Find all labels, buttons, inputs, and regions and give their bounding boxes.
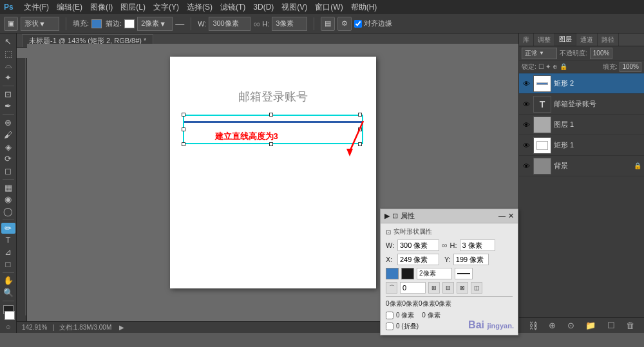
stroke-size-dropdown[interactable]: 2像素 ▼: [137, 17, 173, 31]
tab-layers[interactable]: 图层: [555, 33, 576, 46]
handle-bot-mid[interactable]: [269, 142, 273, 146]
menu-filter[interactable]: 滤镜(T): [220, 2, 245, 13]
tool-pen[interactable]: ✏: [1, 223, 15, 234]
layer-row-rect1[interactable]: 👁 矩形 1: [519, 135, 644, 156]
tool-sep-1: [3, 86, 14, 86]
menu-layer[interactable]: 图层(L): [120, 2, 146, 13]
tool-stamp[interactable]: ◈: [1, 142, 15, 153]
tab-paths[interactable]: 路径: [598, 33, 619, 46]
align-btn-3[interactable]: ⊠: [457, 282, 468, 294]
tool-eyedropper[interactable]: ✒: [1, 101, 15, 112]
align-btn-2[interactable]: ⊟: [442, 282, 454, 294]
eye-bg[interactable]: 👁: [522, 162, 531, 170]
align-btn-1[interactable]: ⊞: [428, 282, 440, 294]
tool-shape[interactable]: □: [1, 259, 15, 270]
new-layer-btn[interactable]: ☐: [607, 321, 615, 330]
props-wh-chain[interactable]: ∞: [442, 241, 448, 250]
tool-dodge[interactable]: ◯: [1, 206, 15, 217]
props-min-btn[interactable]: —: [498, 212, 506, 220]
corner-value[interactable]: [400, 282, 426, 294]
layer-style-btn[interactable]: ⊕: [549, 321, 556, 330]
tool-zoom[interactable]: 🔍: [1, 287, 15, 298]
right-panels: 库 调整 图层 通道 路径 正常 ▼ 不透明度: 100% 锁定: ☐ ✦ ⊕ …: [518, 33, 644, 333]
align-left-btn[interactable]: ▤: [321, 17, 335, 31]
props-stroke-style[interactable]: [455, 268, 473, 279]
menu-help[interactable]: 帮助(H): [351, 2, 377, 13]
menu-window[interactable]: 窗口(W): [315, 2, 343, 13]
tool-lasso[interactable]: ⌓: [1, 61, 15, 71]
blend-mode-dropdown[interactable]: 正常 ▼: [522, 48, 557, 59]
props-x-label: X:: [386, 256, 395, 263]
tool-history[interactable]: ⟳: [1, 153, 15, 164]
menu-file[interactable]: 文件(F): [24, 2, 49, 13]
menu-edit[interactable]: 编辑(E): [57, 2, 82, 13]
toolbar-mode-toggle[interactable]: ▣: [4, 17, 18, 31]
props-expand-icon[interactable]: ▶: [384, 212, 390, 220]
main-area: ↖ ⬚ ⌓ ✦ ⊡ ✒ ⊕ 🖌 ◈ ⟳ ◻ ▦ ◉ ◯ ✏ T ⊿ □ ✋ 🔍 …: [0, 33, 644, 333]
handle-top-left[interactable]: [182, 113, 185, 117]
tool-eraser[interactable]: ◻: [1, 165, 15, 176]
props-fill-swatch[interactable]: [386, 268, 399, 279]
menu-text[interactable]: 文字(Y): [153, 2, 179, 13]
menu-select[interactable]: 选择(S): [187, 2, 213, 13]
align-btn-4[interactable]: ◫: [471, 282, 482, 294]
tool-crop[interactable]: ⊡: [1, 89, 15, 100]
align-edge-check[interactable]: [354, 20, 362, 28]
tool-sep-6: [3, 301, 14, 301]
corner-round-btn[interactable]: ⌒: [386, 282, 397, 294]
props-check-input-1[interactable]: [386, 312, 393, 319]
tab-library[interactable]: 库: [519, 33, 534, 46]
tool-brush[interactable]: 🖌: [1, 129, 15, 140]
props-x-input[interactable]: [397, 254, 439, 265]
tab-channels[interactable]: 通道: [576, 33, 598, 46]
tool-healing[interactable]: ⊕: [1, 117, 15, 128]
menu-image[interactable]: 图像(I): [90, 2, 113, 13]
layer-row-rect2[interactable]: 👁 矩形 2: [519, 73, 644, 94]
props-icon-small: ⊡: [386, 229, 391, 236]
layer-row-layer1[interactable]: 👁 图层 1: [519, 115, 644, 135]
tool-magic-wand[interactable]: ✦: [1, 72, 15, 83]
tool-hand[interactable]: ✋: [1, 276, 15, 286]
props-y-label: Y:: [444, 256, 451, 263]
tab-adjust[interactable]: 调整: [534, 33, 555, 46]
props-h-input[interactable]: [460, 239, 495, 251]
props-y-input[interactable]: [453, 254, 489, 265]
menu-view[interactable]: 视图(V): [281, 2, 307, 13]
shape-type-dropdown[interactable]: 形状 ▼: [21, 17, 59, 31]
layer-mask-btn[interactable]: ⊙: [567, 321, 574, 330]
delete-layer-btn[interactable]: 🗑: [626, 321, 634, 330]
handle-top-mid[interactable]: [269, 113, 273, 117]
link-layers-btn[interactable]: ⛓: [529, 321, 538, 331]
stroke-color-swatch[interactable]: [124, 19, 135, 28]
handle-bot-left[interactable]: [182, 142, 185, 146]
canvas-document: 邮箱登录账号 建立直线高度为3: [170, 57, 376, 288]
background-color[interactable]: [5, 311, 15, 320]
eye-rect1[interactable]: 👁: [522, 142, 531, 149]
width-input[interactable]: 300像素: [209, 17, 251, 31]
tool-path-select[interactable]: ⊿: [1, 247, 15, 258]
eye-text[interactable]: 👁: [522, 100, 531, 108]
props-w-input[interactable]: [397, 239, 439, 251]
layer-row-text[interactable]: 👁 T 邮箱登录账号: [519, 94, 644, 115]
height-input[interactable]: 3像素: [272, 17, 307, 31]
opacity-input[interactable]: 100%: [590, 48, 613, 59]
tool-text[interactable]: T: [1, 235, 15, 246]
handle-mid-left[interactable]: [182, 127, 185, 131]
tool-gradient[interactable]: ▦: [1, 182, 15, 193]
eye-layer1[interactable]: 👁: [522, 121, 531, 129]
new-group-btn[interactable]: 📁: [585, 321, 596, 330]
props-stroke-size-dropdown[interactable]: 2像素: [417, 268, 452, 279]
align-center-btn[interactable]: ⚙: [337, 17, 352, 31]
eye-rect2[interactable]: 👁: [522, 80, 531, 88]
menu-3d[interactable]: 3D(D): [253, 3, 274, 12]
props-stroke-swatch[interactable]: [401, 268, 414, 279]
fill-input[interactable]: 100%: [620, 62, 641, 72]
panel-top-tabs: 库 调整 图层 通道 路径: [519, 33, 644, 46]
tool-move[interactable]: ↖: [1, 36, 15, 47]
layer-row-bg[interactable]: 👁 背景 🔒: [519, 156, 644, 176]
props-check-input-2[interactable]: [386, 323, 393, 330]
fill-color-swatch[interactable]: [91, 19, 102, 28]
tool-selection[interactable]: ⬚: [1, 48, 15, 59]
tool-blur[interactable]: ◉: [1, 194, 15, 205]
props-close-btn[interactable]: ✕: [508, 212, 514, 220]
